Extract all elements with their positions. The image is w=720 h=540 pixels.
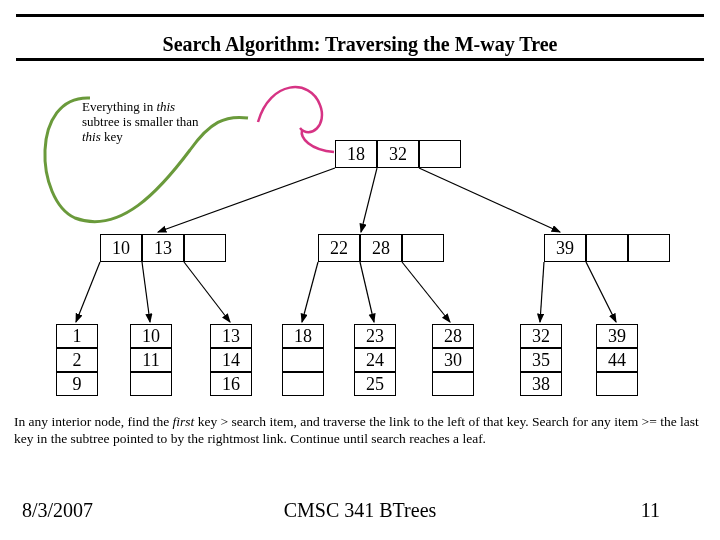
top-rule xyxy=(16,14,704,17)
leaf-key: 39 xyxy=(596,324,638,348)
key-cell: 28 xyxy=(360,234,402,262)
leaf-key: 1 xyxy=(56,324,98,348)
empty-cell xyxy=(184,234,226,262)
svg-line-4 xyxy=(142,262,150,322)
leaf-key: 11 xyxy=(130,348,172,372)
under-title-rule xyxy=(16,58,704,61)
svg-line-6 xyxy=(302,262,318,322)
root-node: 18 32 xyxy=(335,140,461,168)
leaf-key: 30 xyxy=(432,348,474,372)
svg-line-7 xyxy=(360,262,374,322)
leaf-empty xyxy=(282,372,324,396)
empty-cell xyxy=(586,234,628,262)
footer-course: CMSC 341 BTrees xyxy=(0,499,720,522)
leaf-empty xyxy=(432,372,474,396)
empty-cell xyxy=(419,140,461,168)
footer-page-number: 11 xyxy=(641,499,660,522)
leaf-key: 14 xyxy=(210,348,252,372)
svg-line-1 xyxy=(361,168,377,232)
svg-line-10 xyxy=(586,262,616,322)
leaf-key: 44 xyxy=(596,348,638,372)
leaf-6: 32 35 38 xyxy=(520,324,562,396)
svg-line-2 xyxy=(419,168,560,232)
leaf-key: 18 xyxy=(282,324,324,348)
svg-line-5 xyxy=(184,262,230,322)
leaf-key: 9 xyxy=(56,372,98,396)
leaf-key: 35 xyxy=(520,348,562,372)
svg-line-3 xyxy=(76,262,100,322)
leaf-empty xyxy=(282,348,324,372)
page-title: Search Algorithm: Traversing the M-way T… xyxy=(0,33,720,56)
leaf-key: 10 xyxy=(130,324,172,348)
explanation-text: In any interior node, find the first key… xyxy=(14,414,706,448)
leaf-0: 1 2 9 xyxy=(56,324,98,396)
leaf-key: 38 xyxy=(520,372,562,396)
leaf-key: 13 xyxy=(210,324,252,348)
mid-node-0: 10 13 xyxy=(100,234,226,262)
key-cell: 22 xyxy=(318,234,360,262)
svg-line-8 xyxy=(402,262,450,322)
key-cell: 32 xyxy=(377,140,419,168)
key-cell: 10 xyxy=(100,234,142,262)
subtree-annotation: Everything in this subtree is smaller th… xyxy=(82,100,242,145)
leaf-key: 16 xyxy=(210,372,252,396)
curve-overlay xyxy=(0,0,720,540)
leaf-key: 2 xyxy=(56,348,98,372)
mid-node-2: 39 xyxy=(544,234,670,262)
leaf-7: 39 44 xyxy=(596,324,638,396)
key-cell: 39 xyxy=(544,234,586,262)
mid-node-1: 22 28 xyxy=(318,234,444,262)
leaf-1: 10 11 xyxy=(130,324,172,396)
leaf-empty xyxy=(596,372,638,396)
leaf-2: 13 14 16 xyxy=(210,324,252,396)
leaf-key: 23 xyxy=(354,324,396,348)
leaf-empty xyxy=(130,372,172,396)
leaf-key: 28 xyxy=(432,324,474,348)
key-cell: 13 xyxy=(142,234,184,262)
leaf-3: 18 xyxy=(282,324,324,396)
leaf-5: 28 30 xyxy=(432,324,474,396)
empty-cell xyxy=(402,234,444,262)
svg-line-9 xyxy=(540,262,544,322)
leaf-4: 23 24 25 xyxy=(354,324,396,396)
leaf-key: 32 xyxy=(520,324,562,348)
leaf-key: 24 xyxy=(354,348,396,372)
svg-line-0 xyxy=(158,168,335,232)
empty-cell xyxy=(628,234,670,262)
leaf-key: 25 xyxy=(354,372,396,396)
key-cell: 18 xyxy=(335,140,377,168)
